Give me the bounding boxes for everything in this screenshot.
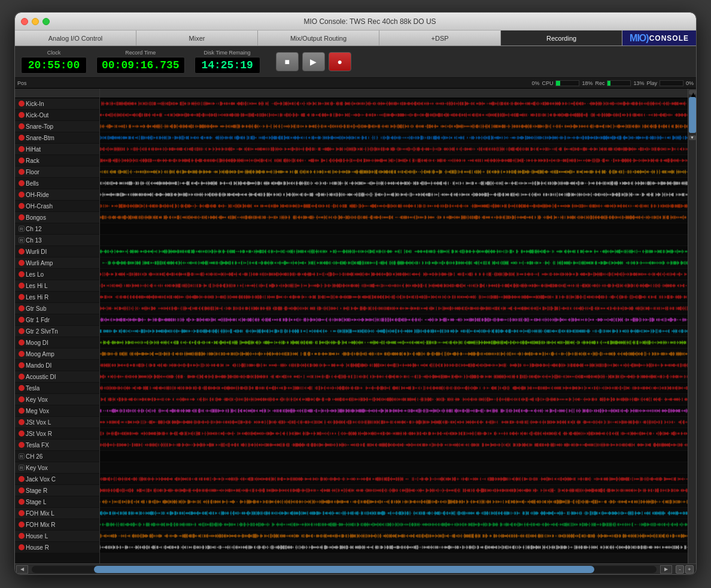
waveform-canvas <box>100 417 688 428</box>
track-rec-button[interactable] <box>19 317 25 323</box>
tab-analog-io[interactable]: Analog I/O Control <box>15 31 136 46</box>
track-rec-button[interactable] <box>19 396 25 402</box>
scroll-down-button[interactable]: ▼ <box>689 135 696 140</box>
horizontal-scrollbar[interactable] <box>32 566 657 573</box>
play-label: Play <box>646 80 657 86</box>
waveform-row <box>100 280 688 292</box>
track-rec-button[interactable] <box>19 260 25 266</box>
track-rec-button[interactable] <box>19 510 25 516</box>
traffic-lights <box>21 18 50 25</box>
record-time-label: Record Time <box>125 50 156 56</box>
scroll-left-button[interactable]: ◀ <box>16 565 28 574</box>
maximize-button[interactable] <box>42 18 50 25</box>
tracks-container: Kick-InKick-OutSnare-TopSnare-BtmHiHatRa… <box>15 89 696 563</box>
waveform-canvas <box>100 314 688 325</box>
track-rec-button[interactable] <box>19 271 25 277</box>
tab-recording[interactable]: Recording <box>501 31 622 46</box>
track-rec-button[interactable] <box>19 101 25 107</box>
track-rec-button[interactable] <box>19 362 25 368</box>
record-button[interactable]: ● <box>329 52 351 71</box>
track-rec-button[interactable] <box>19 533 25 539</box>
track-rec-button[interactable] <box>19 442 25 448</box>
tab-mix-output[interactable]: Mix/Output Routing <box>258 31 379 46</box>
track-rec-button[interactable] <box>19 305 25 311</box>
track-rec-button[interactable] <box>19 146 25 152</box>
track-rec-button[interactable] <box>19 544 25 550</box>
track-row: HiHat <box>15 144 99 155</box>
waveform-canvas <box>100 98 688 109</box>
waveform-canvas <box>100 155 688 166</box>
track-row: Meg Vox <box>15 405 99 417</box>
waveform-canvas <box>100 337 688 348</box>
track-name-label: Rack <box>26 157 40 164</box>
record-time-display: Record Time 00:09:16.735 <box>96 50 185 74</box>
track-name-label: Gtr 1 Fdr <box>26 317 50 323</box>
track-name-label: Acoustic DI <box>26 374 56 380</box>
track-name-label: Snare-Top <box>26 123 53 130</box>
track-rec-button[interactable] <box>19 487 25 493</box>
waveform-canvas <box>100 531 688 541</box>
play-button[interactable]: ▶ <box>302 52 325 71</box>
track-rec-button[interactable] <box>19 431 25 437</box>
track-rec-button[interactable]: R <box>19 237 25 243</box>
minimize-button[interactable] <box>32 18 39 25</box>
track-rec-button[interactable] <box>19 135 25 141</box>
scroll-up-button[interactable]: ▲ <box>689 90 696 95</box>
track-row: Tesla <box>15 383 99 394</box>
track-rec-button[interactable] <box>19 294 25 300</box>
track-rec-button[interactable] <box>19 351 25 357</box>
waveform-row <box>100 144 688 155</box>
stop-button[interactable]: ■ <box>276 52 299 71</box>
track-rec-button[interactable] <box>19 192 25 198</box>
waveform-canvas <box>100 405 688 416</box>
track-name-label: Gtr 2 SlvrTn <box>26 328 58 335</box>
waveform-canvas <box>100 462 688 473</box>
track-rec-button[interactable] <box>19 157 25 163</box>
zoom-in-button[interactable]: + <box>685 565 694 574</box>
track-row: Snare-Top <box>15 121 99 132</box>
track-rec-button[interactable]: R <box>19 226 25 232</box>
track-rec-button[interactable] <box>19 214 25 220</box>
track-rec-button[interactable] <box>19 203 25 209</box>
close-button[interactable] <box>21 18 28 25</box>
track-rec-button[interactable] <box>19 169 25 175</box>
track-rec-button[interactable] <box>19 180 25 186</box>
track-rec-button[interactable] <box>19 408 25 414</box>
h-scrollbar-thumb[interactable] <box>94 566 594 573</box>
track-name-label: Wurli DI <box>26 248 47 255</box>
waveform-row <box>100 440 688 451</box>
track-rec-button[interactable] <box>19 499 25 505</box>
track-rec-button[interactable] <box>19 112 25 118</box>
track-name-label: Gtr Sub <box>26 305 46 312</box>
vertical-scrollbar[interactable]: ▲ ▼ <box>688 89 696 563</box>
zoom-out-button[interactable]: - <box>676 565 684 574</box>
track-rec-button[interactable] <box>19 385 25 391</box>
scroll-right-button[interactable]: ▶ <box>660 565 672 574</box>
track-rec-button[interactable] <box>19 248 25 254</box>
track-rec-button[interactable] <box>19 123 25 129</box>
track-rec-button[interactable] <box>19 374 25 380</box>
waveform-canvas <box>100 166 688 177</box>
tab-dsp[interactable]: +DSP <box>379 31 501 46</box>
waveform-row <box>100 223 688 235</box>
waveform-canvas <box>100 428 688 439</box>
track-rec-button[interactable] <box>19 283 25 289</box>
track-name-label: Ch 12 <box>26 226 42 232</box>
track-rec-button[interactable] <box>19 476 25 482</box>
track-name-label: HiHat <box>26 146 41 153</box>
track-row: Les Lo <box>15 269 99 280</box>
track-list-header <box>15 89 99 98</box>
track-name-label: Floor <box>26 169 40 175</box>
cpu-meter <box>555 80 579 86</box>
track-rec-button[interactable] <box>19 419 25 425</box>
tab-mixer[interactable]: Mixer <box>136 31 258 46</box>
track-row: Kick-In <box>15 98 99 110</box>
track-rec-button[interactable] <box>19 340 25 345</box>
track-row: House L <box>15 531 99 542</box>
scrollbar-thumb[interactable] <box>689 97 696 133</box>
track-rec-button[interactable]: R <box>19 453 25 459</box>
waveform-canvas <box>100 280 688 291</box>
track-rec-button[interactable] <box>19 328 25 334</box>
track-rec-button[interactable]: R <box>19 465 25 471</box>
track-rec-button[interactable] <box>19 522 25 528</box>
